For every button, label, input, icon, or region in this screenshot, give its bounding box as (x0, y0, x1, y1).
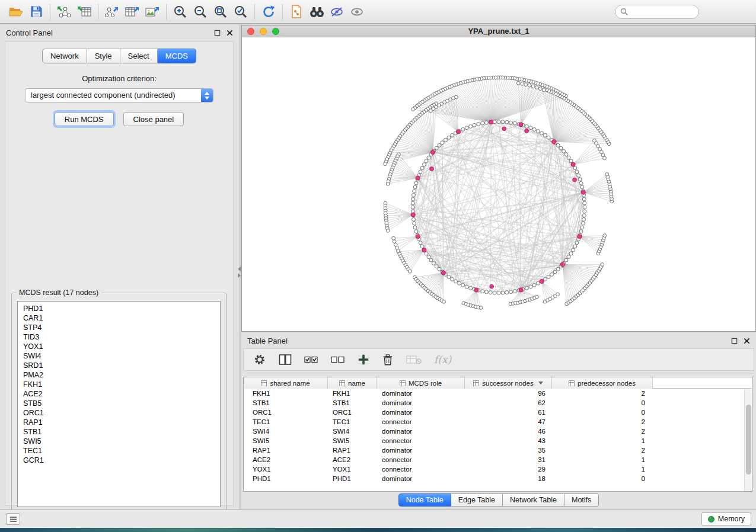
column-header-shared-name[interactable]: shared name (244, 377, 328, 389)
table-cell[interactable]: 46 (465, 427, 552, 436)
table-cell[interactable]: SWI4 (244, 427, 328, 436)
close-panel-button[interactable]: Close panel (123, 112, 184, 126)
table-cell[interactable]: connector (377, 455, 465, 464)
table-cell[interactable]: 18 (465, 474, 552, 483)
open-file-button[interactable] (6, 2, 26, 21)
tab-node-table[interactable]: Node Table (398, 493, 451, 507)
table-cell[interactable]: dominator (377, 446, 465, 455)
unselect-all-icon[interactable] (331, 355, 345, 364)
memory-button[interactable]: Memory (701, 512, 751, 525)
table-cell[interactable]: 2 (552, 389, 653, 398)
table-cell[interactable]: connector (377, 464, 465, 474)
table-row[interactable]: SWI4SWI4dominator462 (244, 427, 752, 436)
mcds-result-item[interactable]: TID3 (23, 332, 215, 342)
table-row[interactable]: RAP1RAP1dominator352 (244, 446, 752, 455)
zoom-fit-button[interactable] (210, 2, 231, 21)
table-cell[interactable]: 35 (465, 446, 552, 455)
table-cell[interactable]: PHD1 (328, 474, 377, 483)
tab-edge-table[interactable]: Edge Table (451, 493, 503, 507)
table-cell[interactable]: 62 (465, 398, 552, 408)
table-cell[interactable]: YOX1 (244, 464, 328, 474)
mcds-result-item[interactable]: PMA2 (23, 370, 215, 380)
table-cell[interactable]: 61 (465, 408, 552, 417)
column-header-predecessor-nodes[interactable]: predecessor nodes (552, 377, 653, 389)
add-column-icon[interactable] (358, 354, 369, 366)
panel-menu-button[interactable] (6, 513, 20, 525)
table-scrollbar[interactable] (744, 389, 752, 491)
table-cell[interactable]: 2 (552, 427, 653, 436)
mcds-result-item[interactable]: SWI5 (23, 437, 215, 446)
tab-motifs[interactable]: Motifs (564, 493, 599, 507)
tab-select[interactable]: Select (120, 49, 158, 63)
table-row[interactable]: PHD1PHD1dominator180 (244, 474, 752, 483)
scrollbar-thumb[interactable] (746, 405, 751, 475)
table-row[interactable]: ACE2ACE2connector311 (244, 455, 752, 464)
column-header-name[interactable]: name (328, 377, 377, 389)
first-neighbors-button[interactable] (307, 2, 327, 21)
mcds-result-item[interactable]: YOX1 (23, 342, 215, 351)
table-cell[interactable]: RAP1 (244, 446, 328, 455)
mcds-result-item[interactable]: GCR1 (23, 456, 215, 465)
table-cell[interactable]: dominator (377, 474, 465, 483)
mcds-result-list[interactable]: PHD1CAR1STP4TID3YOX1SWI4SRD1PMA2FKH1ACE2… (17, 301, 221, 507)
table-cell[interactable]: ACE2 (328, 455, 377, 464)
table-cell[interactable]: ORC1 (244, 408, 328, 417)
delete-column-icon[interactable] (382, 354, 394, 366)
table-cell[interactable]: PHD1 (244, 474, 328, 483)
table-cell[interactable]: dominator (377, 389, 465, 398)
mcds-result-item[interactable]: ORC1 (23, 408, 215, 418)
table-row[interactable]: FKH1FKH1dominator962 (244, 389, 752, 398)
table-cell[interactable]: dominator (377, 408, 465, 417)
table-cell[interactable]: ACE2 (244, 455, 328, 464)
mcds-result-item[interactable]: STP4 (23, 323, 215, 332)
table-cell[interactable]: 1 (552, 455, 653, 464)
column-header-mcds-role[interactable]: MCDS role (377, 377, 465, 389)
close-panel-icon[interactable] (744, 338, 750, 344)
run-mcds-button[interactable]: Run MCDS (55, 112, 114, 126)
close-panel-icon[interactable] (227, 30, 233, 36)
tab-network-table[interactable]: Network Table (503, 493, 564, 507)
mcds-result-item[interactable]: STB5 (23, 399, 215, 408)
table-cell[interactable]: STB1 (244, 398, 328, 408)
mcds-result-item[interactable]: SRD1 (23, 361, 215, 370)
table-cell[interactable]: 1 (552, 436, 653, 446)
float-panel-icon[interactable] (731, 338, 738, 344)
mcds-result-item[interactable]: SWI4 (23, 351, 215, 361)
refresh-button[interactable] (259, 2, 279, 21)
export-network-button[interactable] (102, 2, 122, 21)
network-canvas[interactable] (242, 37, 755, 331)
table-cell[interactable]: YOX1 (328, 464, 377, 474)
float-panel-icon[interactable] (214, 30, 221, 36)
table-row[interactable]: YOX1YOX1connector291 (244, 464, 752, 474)
table-cell[interactable]: FKH1 (244, 389, 328, 398)
table-cell[interactable]: FKH1 (328, 389, 377, 398)
column-layout-icon[interactable] (279, 354, 292, 366)
search-box[interactable] (615, 5, 699, 19)
graphics-details-button[interactable] (327, 2, 347, 21)
mcds-result-item[interactable]: RAP1 (23, 418, 215, 427)
table-cell[interactable]: dominator (377, 427, 465, 436)
table-cell[interactable]: connector (377, 436, 465, 446)
table-cell[interactable]: 2 (552, 446, 653, 455)
mcds-result-item[interactable]: TEC1 (23, 446, 215, 456)
table-cell[interactable]: 2 (552, 417, 653, 427)
table-cell[interactable]: connector (377, 417, 465, 427)
search-input[interactable] (631, 7, 690, 17)
tab-style[interactable]: Style (87, 49, 120, 63)
mcds-result-item[interactable]: STB1 (23, 427, 215, 437)
table-cell[interactable]: dominator (377, 398, 465, 408)
mcds-result-item[interactable]: FKH1 (23, 380, 215, 389)
table-row[interactable]: TEC1TEC1connector472 (244, 417, 752, 427)
table-row[interactable]: ORC1ORC1dominator610 (244, 408, 752, 417)
import-network-button[interactable] (54, 2, 74, 21)
splitter-toggle-icon[interactable] (238, 267, 241, 278)
zoom-selected-button[interactable] (231, 2, 251, 21)
export-table-button[interactable] (122, 2, 142, 21)
save-session-button[interactable] (26, 2, 46, 21)
table-cell[interactable]: 0 (552, 398, 653, 408)
table-cell[interactable]: 1 (552, 464, 653, 474)
table-cell[interactable]: ORC1 (328, 408, 377, 417)
table-cell[interactable]: SWI5 (328, 436, 377, 446)
mcds-result-item[interactable]: ACE2 (23, 389, 215, 399)
clone-network-button[interactable] (286, 2, 307, 21)
